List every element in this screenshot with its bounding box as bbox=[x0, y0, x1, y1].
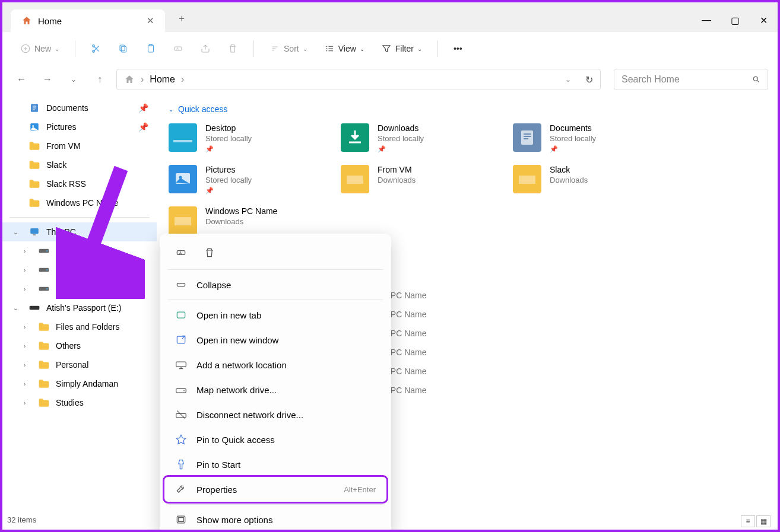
up-button[interactable]: ↑ bbox=[90, 70, 109, 89]
tab-home[interactable]: Home ✕ bbox=[11, 9, 165, 32]
quick-access-item[interactable]: PicturesStored locally📌 bbox=[169, 165, 317, 195]
minimize-button[interactable]: — bbox=[692, 8, 721, 32]
new-button[interactable]: New⌄ bbox=[14, 40, 65, 58]
ctx-pin-qa[interactable]: Pin to Quick access bbox=[164, 427, 386, 452]
wrench-icon bbox=[175, 483, 187, 495]
view-grid-button[interactable]: ▦ bbox=[756, 515, 771, 527]
maximize-button[interactable]: ▢ bbox=[721, 8, 749, 32]
svg-rect-28 bbox=[177, 312, 185, 318]
tab-close-icon[interactable]: ✕ bbox=[147, 15, 154, 26]
rename-icon: A bbox=[175, 247, 187, 259]
svg-point-20 bbox=[46, 288, 48, 290]
sort-icon bbox=[269, 43, 280, 54]
more-icon bbox=[175, 514, 187, 525]
svg-point-32 bbox=[183, 390, 185, 391]
section-quick-access[interactable]: ⌄ Quick access bbox=[169, 104, 766, 114]
svg-rect-21 bbox=[30, 306, 40, 310]
share-button[interactable] bbox=[194, 40, 217, 58]
filter-icon bbox=[381, 43, 392, 54]
svg-rect-14 bbox=[33, 234, 36, 235]
quick-access-item[interactable]: DesktopStored locally📌 bbox=[169, 123, 317, 153]
tab-icon bbox=[175, 309, 187, 321]
ctx-open-tab[interactable]: Open in new tab bbox=[164, 302, 386, 327]
address-dropdown-icon[interactable]: ⌄ bbox=[565, 75, 571, 84]
collapse-icon bbox=[175, 279, 187, 291]
sidebar-item[interactable]: Slack RSS bbox=[2, 174, 157, 193]
close-button[interactable]: ✕ bbox=[749, 8, 778, 32]
sidebar-drive[interactable]: ›OS (C:) bbox=[2, 241, 157, 260]
sidebar-folder[interactable]: ›Others bbox=[2, 336, 157, 355]
svg-point-12 bbox=[32, 125, 34, 127]
quick-access-item[interactable]: Windows PC NameDownloads bbox=[169, 206, 317, 235]
item-count: 32 items bbox=[7, 515, 36, 527]
sidebar-item[interactable]: Slack bbox=[2, 155, 157, 174]
sidebar-item[interactable]: Pictures📌 bbox=[2, 117, 157, 136]
svg-point-9 bbox=[753, 77, 757, 81]
sidebar-item[interactable]: Documents📌 bbox=[2, 98, 157, 117]
sidebar: Documents📌Pictures📌From VMSlackSlack RSS… bbox=[2, 94, 157, 521]
home-icon bbox=[21, 15, 32, 26]
ctx-disconnect[interactable]: Disconnect network drive... bbox=[164, 402, 386, 427]
sidebar-folder[interactable]: ›Personal bbox=[2, 355, 157, 374]
rename-icon: A bbox=[173, 43, 183, 54]
sidebar-external-drive[interactable]: ⌄Atish's Passport (E:) bbox=[2, 298, 157, 317]
quick-access-item[interactable]: DownloadsStored locally📌 bbox=[341, 123, 489, 153]
sidebar-folder[interactable]: ›Files and Folders bbox=[2, 317, 157, 336]
quick-access-item[interactable]: DocumentsStored locally📌 bbox=[513, 123, 661, 153]
pin-icon bbox=[175, 434, 187, 445]
copy-button[interactable] bbox=[112, 40, 135, 58]
ctx-collapse[interactable]: Collapse bbox=[164, 272, 386, 297]
ctx-map-drive[interactable]: Map network drive... bbox=[164, 377, 386, 402]
view-icon bbox=[324, 43, 335, 54]
ctx-add-network[interactable]: Add a network location bbox=[164, 352, 386, 377]
svg-rect-13 bbox=[30, 228, 39, 234]
cut-button[interactable] bbox=[85, 40, 107, 58]
sidebar-item[interactable]: From VM bbox=[2, 136, 157, 155]
navigation-row: ← → ⌄ ↑ › Home › ⌄ ↻ Search Home bbox=[2, 65, 778, 94]
svg-rect-31 bbox=[176, 388, 186, 393]
refresh-button[interactable]: ↻ bbox=[585, 74, 593, 85]
pin-start-icon bbox=[175, 458, 187, 470]
address-bar[interactable]: › Home › ⌄ ↻ bbox=[116, 69, 601, 90]
svg-rect-27 bbox=[177, 283, 185, 286]
sidebar-this-pc[interactable]: ⌄This PC bbox=[2, 222, 157, 241]
sidebar-drive[interactable]: ›New Volume (D:) bbox=[2, 260, 157, 279]
svg-text:A: A bbox=[179, 251, 182, 255]
sidebar-drive[interactable]: ›Atish's Passport (E:) bbox=[2, 279, 157, 298]
ctx-open-window[interactable]: Open in new window bbox=[164, 327, 386, 352]
paste-button[interactable] bbox=[139, 40, 162, 58]
network-icon bbox=[175, 359, 187, 371]
filter-button[interactable]: Filter⌄ bbox=[375, 40, 428, 58]
svg-rect-3 bbox=[121, 46, 126, 52]
new-tab-button[interactable]: ＋ bbox=[165, 5, 198, 32]
search-input[interactable]: Search Home bbox=[614, 69, 768, 90]
ctx-pin-start[interactable]: Pin to Start bbox=[164, 452, 386, 477]
ctx-properties[interactable]: PropertiesAlt+Enter bbox=[164, 477, 386, 502]
svg-point-16 bbox=[46, 250, 48, 252]
view-button[interactable]: View⌄ bbox=[318, 40, 370, 58]
svg-rect-35 bbox=[179, 518, 183, 522]
view-details-button[interactable]: ≡ bbox=[741, 515, 755, 527]
ctx-rename-button[interactable]: A bbox=[173, 244, 189, 261]
toolbar: New⌄ A Sort⌄ View⌄ Filter⌄ ••• bbox=[2, 32, 778, 65]
breadcrumb-location[interactable]: Home bbox=[150, 74, 175, 85]
copy-icon bbox=[118, 43, 129, 54]
forward-button[interactable]: → bbox=[38, 70, 57, 89]
sort-button[interactable]: Sort⌄ bbox=[264, 40, 313, 58]
sidebar-folder[interactable]: ›Simply Andaman bbox=[2, 374, 157, 393]
quick-access-item[interactable]: From VMDownloads bbox=[341, 165, 489, 195]
sidebar-item[interactable]: Windows PC Name bbox=[2, 193, 157, 212]
scissors-icon bbox=[91, 43, 102, 54]
ctx-show-more[interactable]: Show more options bbox=[164, 507, 386, 532]
recent-dropdown[interactable]: ⌄ bbox=[64, 70, 83, 89]
delete-button[interactable] bbox=[221, 40, 244, 58]
back-button[interactable]: ← bbox=[12, 70, 31, 89]
ctx-delete-button[interactable] bbox=[201, 244, 218, 261]
svg-rect-4 bbox=[120, 45, 125, 51]
quick-access-item[interactable]: SlackDownloads bbox=[513, 165, 661, 195]
rename-button[interactable]: A bbox=[167, 40, 189, 58]
search-icon bbox=[752, 75, 760, 84]
more-button[interactable]: ••• bbox=[448, 40, 468, 57]
sidebar-folder[interactable]: ›Studies bbox=[2, 393, 157, 412]
home-icon bbox=[124, 74, 135, 85]
